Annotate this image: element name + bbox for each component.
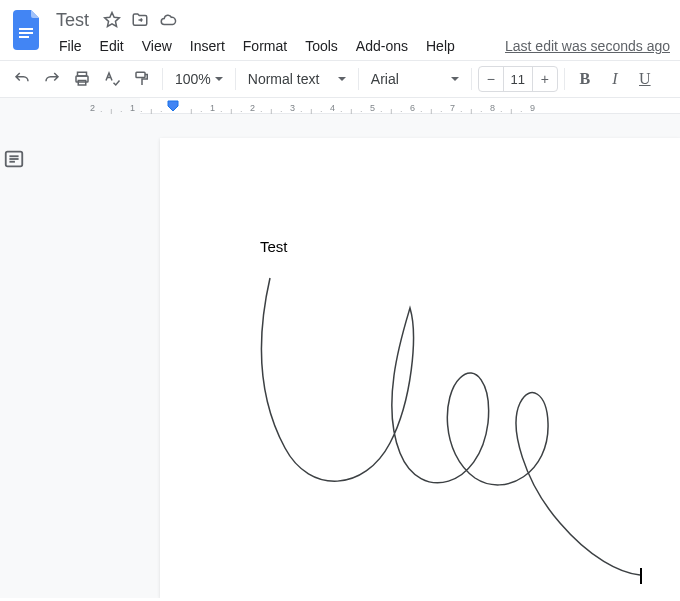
ruler-tick: 7	[450, 103, 455, 113]
star-icon[interactable]	[103, 11, 121, 29]
workspace: 2 · ı · 1 · ı · ı · 1 · ı · 2 · ı ·	[0, 98, 680, 598]
underline-button[interactable]: U	[631, 65, 659, 93]
menu-tools[interactable]: Tools	[298, 34, 345, 58]
menu-edit[interactable]: Edit	[93, 34, 131, 58]
ruler-tick: 8	[490, 103, 495, 113]
bold-button[interactable]: B	[571, 65, 599, 93]
ruler-tick: 2	[90, 103, 95, 113]
last-edit-link[interactable]: Last edit was seconds ago	[505, 34, 670, 58]
drawing-scribble[interactable]	[250, 273, 650, 598]
toolbar: 100% Normal text Arial − 11 + B I U	[0, 60, 680, 98]
menu-file[interactable]: File	[52, 34, 89, 58]
redo-button[interactable]	[38, 65, 66, 93]
ruler-tick: 5	[370, 103, 375, 113]
style-value: Normal text	[248, 71, 320, 87]
menu-view[interactable]: View	[135, 34, 179, 58]
outline-icon[interactable]	[3, 148, 27, 172]
chevron-down-icon	[451, 77, 459, 81]
ruler-tick: 2	[250, 103, 255, 113]
menu-help[interactable]: Help	[419, 34, 462, 58]
move-to-folder-icon[interactable]	[131, 11, 149, 29]
document-title[interactable]: Test	[52, 10, 93, 31]
increase-font-button[interactable]: +	[533, 67, 557, 91]
zoom-select[interactable]: 100%	[169, 65, 229, 93]
ruler-tick: 1	[210, 103, 215, 113]
font-size-input[interactable]: 11	[503, 67, 533, 91]
separator	[471, 68, 472, 90]
font-family-select[interactable]: Arial	[365, 65, 465, 93]
ruler-tick: 6	[410, 103, 415, 113]
editor-area: 2 · ı · 1 · ı · ı · 1 · ı · 2 · ı ·	[30, 98, 680, 598]
menu-insert[interactable]: Insert	[183, 34, 232, 58]
separator	[162, 68, 163, 90]
left-sidebar	[0, 98, 30, 598]
undo-button[interactable]	[8, 65, 36, 93]
app-header: Test File Edit View Insert	[0, 0, 680, 60]
svg-rect-1	[19, 32, 33, 34]
ruler-tick: 3	[290, 103, 295, 113]
font-size-control: − 11 +	[478, 66, 558, 92]
print-button[interactable]	[68, 65, 96, 93]
decrease-font-button[interactable]: −	[479, 67, 503, 91]
separator	[235, 68, 236, 90]
separator	[358, 68, 359, 90]
svg-rect-2	[19, 36, 29, 38]
separator	[564, 68, 565, 90]
horizontal-ruler[interactable]: 2 · ı · 1 · ı · ı · 1 · ı · 2 · ı ·	[140, 98, 680, 114]
indent-marker-icon[interactable]	[167, 100, 179, 114]
document-text[interactable]: Test	[260, 238, 680, 255]
chevron-down-icon	[215, 77, 223, 81]
spellcheck-button[interactable]	[98, 65, 126, 93]
menubar: File Edit View Insert Format Tools Add-o…	[52, 32, 670, 60]
menu-addons[interactable]: Add-ons	[349, 34, 415, 58]
ruler-tick: 1	[130, 103, 135, 113]
cloud-saved-icon[interactable]	[159, 11, 177, 29]
text-cursor	[640, 568, 642, 584]
ruler-tick: 4	[330, 103, 335, 113]
italic-button[interactable]: I	[601, 65, 629, 93]
svg-rect-6	[136, 72, 145, 77]
ruler-tick: 9	[530, 103, 535, 113]
menu-format[interactable]: Format	[236, 34, 294, 58]
svg-rect-0	[19, 28, 33, 30]
document-page[interactable]: Test	[160, 138, 680, 598]
paint-format-button[interactable]	[128, 65, 156, 93]
zoom-value: 100%	[175, 71, 211, 87]
chevron-down-icon	[338, 77, 346, 81]
font-value: Arial	[371, 71, 399, 87]
paragraph-style-select[interactable]: Normal text	[242, 65, 352, 93]
docs-logo[interactable]	[10, 8, 46, 54]
